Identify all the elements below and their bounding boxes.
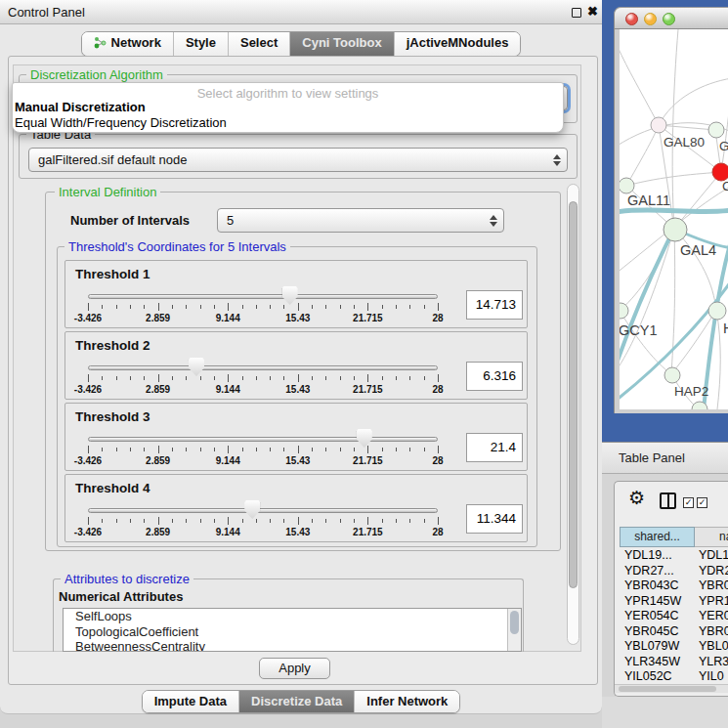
bottom-right-background bbox=[602, 697, 728, 728]
threshold-value-field[interactable]: 21.4 bbox=[466, 433, 523, 462]
threshold-value-field[interactable]: 14.713 bbox=[466, 290, 523, 320]
tick-label: 21.715 bbox=[353, 384, 383, 395]
cell-shared-name[interactable]: YIL052C bbox=[624, 669, 672, 683]
cell-shared-name[interactable]: YBR045C bbox=[624, 624, 679, 638]
network-view-region: GAL80 GA C GAL11 GAL4 GCY1 H HAP2 bbox=[602, 0, 728, 442]
tab-jactivemnodules[interactable]: jActiveMNodules bbox=[394, 32, 521, 56]
close-traffic-light-icon[interactable] bbox=[625, 13, 638, 25]
network-window-titlebar[interactable] bbox=[615, 8, 728, 29]
checkbox-icon[interactable]: ✓ bbox=[697, 497, 707, 508]
cell-name[interactable]: YIL0 bbox=[699, 669, 724, 683]
slider-rail[interactable] bbox=[88, 365, 438, 370]
table-row[interactable]: YBR043CYBR0 bbox=[615, 578, 728, 594]
popup-item-manual-discretization[interactable]: Manual Discretization bbox=[13, 100, 563, 115]
node-gcy1[interactable] bbox=[620, 303, 628, 319]
table-row[interactable]: YLR345WYLR3 bbox=[615, 655, 728, 670]
cell-name[interactable]: YDR2 bbox=[699, 564, 728, 578]
column-header-shared[interactable]: shared... bbox=[620, 527, 695, 547]
slider-rail[interactable] bbox=[88, 294, 438, 299]
cell-shared-name[interactable]: YBR043C bbox=[624, 578, 679, 592]
slider-rail[interactable] bbox=[88, 508, 438, 513]
node-gal11[interactable] bbox=[620, 178, 634, 193]
network-canvas[interactable]: GAL80 GA C GAL11 GAL4 GCY1 H HAP2 bbox=[620, 29, 728, 409]
ruler-tick bbox=[158, 517, 159, 525]
list-item[interactable]: SelfLoops bbox=[64, 609, 521, 624]
table-row[interactable]: YDR27...YDR2 bbox=[615, 564, 728, 579]
tab-select[interactable]: Select bbox=[228, 32, 289, 56]
label-gal4: GAL4 bbox=[680, 242, 716, 258]
table-data-combo[interactable]: galFiltered.sif default node bbox=[28, 148, 568, 172]
tab-cyni-toolbox[interactable]: Cyni Toolbox bbox=[289, 32, 393, 56]
threshold-value-field[interactable]: 11.344 bbox=[466, 504, 523, 534]
cell-name[interactable]: YER0 bbox=[699, 609, 728, 622]
list-item[interactable]: BetweennessCentrality bbox=[64, 639, 521, 652]
cell-shared-name[interactable]: YER054C bbox=[624, 609, 679, 622]
slider-rail[interactable] bbox=[88, 437, 438, 442]
node-partial-mid-right[interactable] bbox=[708, 302, 726, 320]
list-scrollbar[interactable] bbox=[507, 609, 521, 651]
columns-icon[interactable] bbox=[660, 492, 676, 509]
node-partial-top-right[interactable] bbox=[708, 122, 724, 138]
ruler-tick bbox=[438, 303, 439, 311]
table-hscrollbar[interactable] bbox=[615, 684, 728, 693]
threshold-value-field[interactable]: 6.316 bbox=[466, 362, 523, 391]
node-gal80[interactable] bbox=[651, 117, 666, 133]
column-header-name[interactable]: na bbox=[695, 527, 728, 547]
list-item[interactable]: TopologicalCoefficient bbox=[64, 624, 521, 640]
apply-button[interactable]: Apply bbox=[259, 658, 330, 679]
close-icon[interactable]: ✖ bbox=[587, 4, 598, 19]
table-row[interactable]: YBL079WYBL0 bbox=[615, 639, 728, 655]
threshold-row: Threshold 3 -3.4262.8599.14415.4321.7152… bbox=[64, 403, 528, 471]
gear-icon[interactable]: ⚙ bbox=[628, 487, 645, 508]
popup-item-equal-width-frequency[interactable]: Equal Width/Frequency Discretization bbox=[13, 115, 563, 131]
scrollbar-thumb[interactable] bbox=[619, 686, 716, 692]
zoom-traffic-light-icon[interactable] bbox=[663, 13, 675, 25]
cell-name[interactable]: YLR3 bbox=[699, 655, 728, 668]
tab-impute-data[interactable]: Impute Data bbox=[143, 691, 238, 712]
tab-network[interactable]: Network bbox=[82, 32, 173, 56]
ruler-tick bbox=[312, 448, 313, 451]
cell-shared-name[interactable]: YLR345W bbox=[624, 655, 680, 668]
cell-name[interactable]: YBL0 bbox=[699, 639, 728, 653]
ruler-tick bbox=[172, 448, 173, 451]
settings-scrollbar[interactable] bbox=[567, 184, 579, 645]
tab-style[interactable]: Style bbox=[173, 32, 228, 56]
tab-discretize-data[interactable]: Discretize Data bbox=[238, 691, 354, 712]
cell-name[interactable]: YPR1 bbox=[699, 594, 728, 608]
top-tabbar: Network Style Select Cyni Toolbox jActiv… bbox=[0, 31, 602, 57]
table-row[interactable]: YBR045CYBR0 bbox=[615, 624, 728, 640]
ruler-tick bbox=[214, 376, 215, 380]
scrollbar-thumb[interactable] bbox=[569, 201, 578, 588]
ruler-tick bbox=[325, 305, 326, 309]
tab-infer-network[interactable]: Infer Network bbox=[354, 691, 459, 712]
ruler-tick bbox=[396, 448, 397, 451]
numerical-attributes-list: SelfLoops TopologicalCoefficient Between… bbox=[63, 608, 522, 652]
node-hap2[interactable] bbox=[664, 367, 680, 383]
node-gal4[interactable] bbox=[664, 218, 687, 241]
cell-name[interactable]: YBR0 bbox=[699, 578, 728, 592]
minimize-traffic-light-icon[interactable] bbox=[644, 13, 657, 25]
cell-name[interactable]: YDL1 bbox=[699, 548, 728, 562]
ruler-tick bbox=[354, 448, 355, 451]
tick-label: 2.859 bbox=[146, 384, 170, 395]
ruler-tick bbox=[270, 519, 271, 523]
ruler-tick bbox=[438, 374, 439, 382]
cell-shared-name[interactable]: YDR27... bbox=[624, 564, 674, 578]
float-icon[interactable] bbox=[572, 8, 581, 18]
table-row[interactable]: YIL052CYIL0 bbox=[615, 669, 728, 684]
table-row[interactable]: YER054CYER0 bbox=[615, 609, 728, 624]
label-partial-below-red: C bbox=[722, 179, 728, 193]
num-intervals-combo[interactable]: 5 bbox=[217, 208, 504, 233]
panel-title: Control Panel bbox=[8, 5, 85, 20]
checkbox-icon[interactable]: ✓ bbox=[683, 497, 694, 508]
cell-shared-name[interactable]: YPR145W bbox=[624, 594, 681, 608]
cell-name[interactable]: YBR0 bbox=[699, 624, 728, 638]
numerical-attributes-label: Numerical Attributes bbox=[59, 589, 183, 604]
cell-shared-name[interactable]: YBL079W bbox=[624, 639, 679, 653]
cell-shared-name[interactable]: YDL19... bbox=[624, 548, 672, 562]
table-row[interactable]: YDL19...YDL1 bbox=[615, 548, 728, 564]
table-row[interactable]: YPR145WYPR1 bbox=[615, 594, 728, 610]
ruler-tick bbox=[424, 519, 425, 523]
ruler-tick bbox=[116, 519, 117, 523]
tick-label: 2.859 bbox=[146, 455, 170, 466]
